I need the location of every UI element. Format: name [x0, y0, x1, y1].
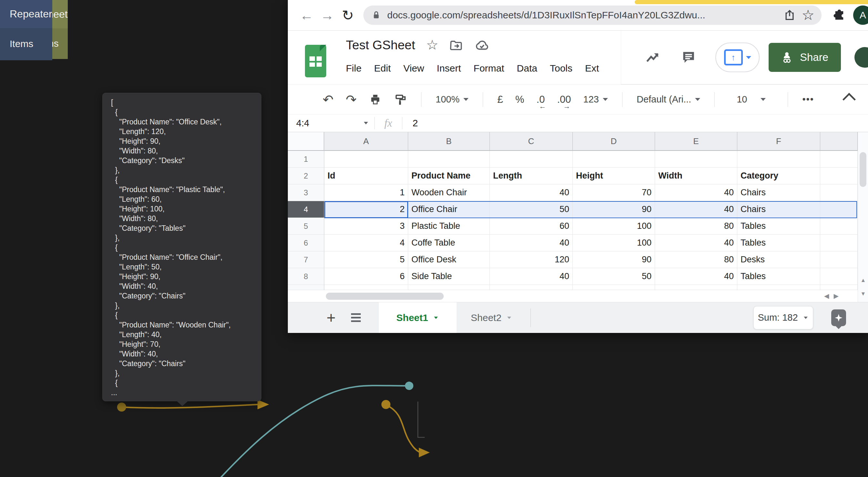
cell-A8[interactable]: 6: [324, 268, 408, 285]
cell-A3[interactable]: 1: [324, 184, 408, 201]
cell-B1[interactable]: [408, 151, 490, 168]
cell-G6[interactable]: [820, 235, 858, 251]
row-header-5[interactable]: 5: [288, 218, 324, 235]
tab-sheet1[interactable]: Sheet1: [379, 302, 457, 333]
cell-E3[interactable]: 40: [655, 184, 737, 201]
menu-extensions[interactable]: Ext: [585, 63, 599, 74]
address-bar[interactable]: docs.google.com/spreadsheets/d/1D3IRuxIl…: [363, 5, 822, 25]
cell-E7[interactable]: 80: [655, 251, 737, 268]
cell-D1[interactable]: [573, 151, 655, 168]
zoom-select[interactable]: 100%: [436, 94, 468, 105]
cell-F2[interactable]: Category: [737, 168, 820, 184]
cell-G8[interactable]: [820, 268, 858, 285]
menu-edit[interactable]: Edit: [374, 63, 391, 74]
cell-C8[interactable]: 40: [490, 268, 573, 285]
tab-sheet2-caret[interactable]: [507, 316, 511, 319]
cell-D2[interactable]: Height: [573, 168, 655, 184]
cell-G5[interactable]: [820, 218, 858, 235]
menu-data[interactable]: Data: [517, 63, 537, 74]
horizontal-scrollbar-thumb[interactable]: [326, 293, 444, 300]
back-button[interactable]: ←: [296, 0, 317, 31]
print-icon[interactable]: [369, 93, 382, 106]
scroll-down-icon[interactable]: ▼: [858, 287, 868, 301]
row-header-3[interactable]: 3: [288, 184, 324, 201]
column-header-F[interactable]: F: [737, 132, 820, 151]
browser-avatar[interactable]: A: [853, 5, 868, 25]
cell-C7[interactable]: 120: [490, 251, 573, 268]
cell-E5[interactable]: 80: [655, 218, 737, 235]
cell-F3[interactable]: Chairs: [737, 184, 820, 201]
google-sheets-logo-icon[interactable]: [305, 45, 326, 77]
increase-decimals-button[interactable]: .00 →: [557, 94, 571, 105]
scroll-right-icon[interactable]: ▶: [834, 292, 838, 300]
cell-B4[interactable]: Office Chair: [408, 201, 490, 218]
column-header-A[interactable]: A: [324, 132, 408, 151]
extensions-puzzle-icon[interactable]: [833, 8, 846, 22]
cell-E2[interactable]: Width: [655, 168, 737, 184]
add-sheet-button[interactable]: +: [327, 310, 336, 326]
cloud-saved-icon[interactable]: [474, 38, 489, 53]
reload-button[interactable]: ↻: [338, 0, 358, 31]
menu-insert[interactable]: Insert: [437, 63, 461, 74]
decrease-decimals-button[interactable]: .0 ←: [537, 94, 545, 105]
more-toolbar-options-button[interactable]: •••: [802, 94, 814, 105]
select-all-corner[interactable]: [288, 132, 324, 151]
cell-D3[interactable]: 70: [573, 184, 655, 201]
cell-E4[interactable]: 40: [655, 201, 737, 218]
cell-B7[interactable]: Office Desk: [408, 251, 490, 268]
column-header-E[interactable]: E: [655, 132, 737, 151]
cell-A2[interactable]: Id: [324, 168, 408, 184]
cell-G3[interactable]: [820, 184, 858, 201]
sum-status-button[interactable]: Sum: 182: [753, 306, 813, 329]
cell-D8[interactable]: 50: [573, 268, 655, 285]
more-formats-button[interactable]: 123: [583, 94, 608, 105]
cell-C5[interactable]: 60: [490, 218, 573, 235]
forward-button[interactable]: →: [317, 0, 338, 31]
cell-E1[interactable]: [655, 151, 737, 168]
cell-C4[interactable]: 50: [490, 201, 573, 218]
present-dropdown-caret[interactable]: [746, 56, 751, 59]
cell-A5[interactable]: 3: [324, 218, 408, 235]
cell-F6[interactable]: Tables: [737, 235, 820, 251]
all-sheets-menu-icon[interactable]: [351, 313, 361, 322]
document-title[interactable]: Test GSheet: [346, 38, 415, 52]
cell-F4[interactable]: Chairs: [737, 201, 820, 218]
move-to-folder-icon[interactable]: [449, 38, 463, 52]
row-header-2[interactable]: 2: [288, 168, 324, 184]
format-percent-button[interactable]: %: [515, 94, 524, 105]
cell-F8[interactable]: Tables: [737, 268, 820, 285]
comments-icon[interactable]: [681, 49, 697, 65]
menu-format[interactable]: Format: [474, 63, 504, 74]
undo-icon[interactable]: ↶: [323, 92, 334, 107]
collapse-toolbar-chevron-icon[interactable]: [842, 93, 856, 106]
vertical-scrollbar[interactable]: ▲ ▼: [858, 132, 868, 302]
account-avatar-sliver[interactable]: [855, 47, 868, 68]
menu-file[interactable]: File: [346, 63, 362, 74]
font-size-select[interactable]: 10: [729, 94, 773, 105]
cell-E6[interactable]: 40: [655, 235, 737, 251]
cell-E8[interactable]: 40: [655, 268, 737, 285]
cell-C3[interactable]: 40: [490, 184, 573, 201]
cell-G7[interactable]: [820, 251, 858, 268]
cell-G1[interactable]: [820, 151, 858, 168]
spreadsheet-grid[interactable]: ABCDEF12IdProduct NameLengthHeightWidthC…: [288, 132, 858, 302]
explore-sparkle-button[interactable]: [831, 309, 846, 326]
tab-sheet1-caret[interactable]: [434, 316, 438, 319]
column-header-C[interactable]: C: [490, 132, 573, 151]
name-box-caret[interactable]: [364, 122, 368, 125]
cell-B3[interactable]: Wooden Chair: [408, 184, 490, 201]
cell-D6[interactable]: 100: [573, 235, 655, 251]
formula-input[interactable]: 2: [413, 117, 418, 129]
menu-tools[interactable]: Tools: [550, 63, 572, 74]
array-items-output-port[interactable]: [381, 400, 391, 409]
cell-A6[interactable]: 4: [324, 235, 408, 251]
group-click-port[interactable]: [405, 382, 413, 390]
star-document-icon[interactable]: ☆: [426, 38, 438, 52]
history-trend-icon[interactable]: [644, 49, 660, 65]
share-page-icon[interactable]: [783, 9, 796, 22]
cell-F7[interactable]: Desks: [737, 251, 820, 268]
row-header-7[interactable]: 7: [288, 251, 324, 268]
cell-G2[interactable]: [820, 168, 858, 184]
tab-sheet2[interactable]: Sheet2: [471, 302, 513, 333]
horizontal-scroll-arrows[interactable]: ◀ ▶: [824, 292, 839, 300]
